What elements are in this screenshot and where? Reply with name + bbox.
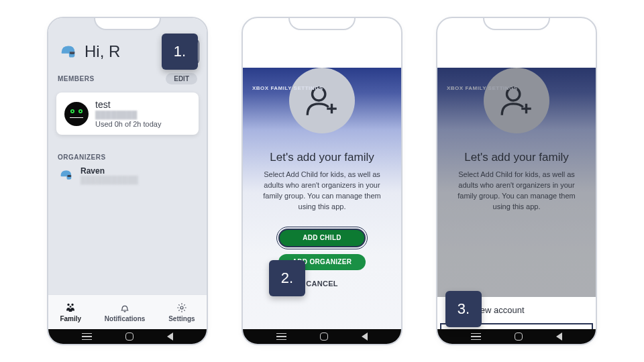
nav-back-icon[interactable] <box>362 333 368 341</box>
svg-rect-9 <box>67 175 71 177</box>
svg-point-8 <box>80 110 81 111</box>
svg-point-11 <box>72 304 74 306</box>
person-add-large-icon <box>289 68 355 133</box>
nav-back-icon[interactable] <box>556 333 562 341</box>
phone-notch <box>94 17 161 30</box>
android-nav-bar <box>48 329 207 344</box>
member-subtext-redacted: ████████ <box>95 111 191 119</box>
step-badge-2: 2. <box>269 260 305 296</box>
members-section-header: MEMBERS EDIT <box>48 70 207 87</box>
tab-family[interactable]: Family <box>60 302 81 322</box>
nav-recent-icon[interactable] <box>82 333 92 341</box>
edit-button[interactable]: EDIT <box>166 73 197 84</box>
member-usage: Used 0h of 2h today <box>95 120 191 128</box>
svg-point-7 <box>72 110 73 111</box>
android-nav-bar <box>243 329 401 344</box>
add-family-screen-dimmed: XBOX FAMILY SETTINGS Let's add your fami… <box>437 68 596 329</box>
step-badge-3: 3. <box>445 291 482 327</box>
nav-back-icon[interactable] <box>167 333 173 341</box>
phone-notch <box>288 17 356 30</box>
cancel-button[interactable]: CANCEL <box>243 280 401 288</box>
modal-backdrop[interactable] <box>437 68 596 329</box>
tab-settings-label: Settings <box>168 315 195 322</box>
svg-point-10 <box>68 304 70 306</box>
organizer-name: Raven <box>80 166 138 176</box>
android-nav-bar <box>437 329 596 344</box>
member-info: test ████████ Used 0h of 2h today <box>95 99 191 128</box>
organizer-subtext-redacted: ███████████ <box>80 176 138 184</box>
add-child-button[interactable]: ADD CHILD <box>278 229 366 247</box>
gear-icon <box>176 302 188 314</box>
svg-point-13 <box>180 306 183 309</box>
bell-icon <box>119 302 131 314</box>
greeting-text: Hi, R <box>85 42 166 61</box>
nav-home-icon[interactable] <box>125 333 133 341</box>
bottom-tab-bar: Family Notifications Settings <box>48 294 207 329</box>
phone-notch <box>483 17 550 30</box>
member-avatar-icon <box>64 102 89 126</box>
organizer-avatar-helmet-icon <box>58 167 74 183</box>
step-badge-1: 1. <box>162 34 198 70</box>
members-label: MEMBERS <box>58 75 95 82</box>
family-icon <box>64 302 76 314</box>
tab-notifications[interactable]: Notifications <box>105 302 146 322</box>
tab-notifications-label: Notifications <box>105 315 146 322</box>
svg-point-12 <box>70 306 72 308</box>
screen-content: XBOX FAMILY SETTINGS Let's add your fami… <box>243 18 401 329</box>
user-avatar-helmet-icon <box>58 42 78 62</box>
add-family-screen: XBOX FAMILY SETTINGS Let's add your fami… <box>243 68 401 329</box>
tab-family-label: Family <box>60 315 81 322</box>
member-name: test <box>95 99 191 110</box>
organizer-row[interactable]: Raven ███████████ <box>48 165 207 185</box>
svg-rect-1 <box>70 52 75 52</box>
add-family-description: Select Add Child for kids, as well as ad… <box>243 164 401 213</box>
organizers-label: ORGANIZERS <box>48 140 207 165</box>
nav-recent-icon[interactable] <box>276 333 286 341</box>
add-family-title: Let's add your family <box>243 151 401 164</box>
member-card[interactable]: test ████████ Used 0h of 2h today <box>56 93 199 135</box>
app-title: XBOX FAMILY SETTINGS <box>252 85 323 91</box>
tab-settings[interactable]: Settings <box>168 302 195 322</box>
organizer-info: Raven ███████████ <box>80 166 138 184</box>
nav-recent-icon[interactable] <box>471 333 481 341</box>
nav-home-icon[interactable] <box>515 333 523 341</box>
screen-content: XBOX FAMILY SETTINGS Let's add your fami… <box>437 18 596 329</box>
nav-home-icon[interactable] <box>320 333 328 341</box>
phone-screen-2: XBOX FAMILY SETTINGS Let's add your fami… <box>241 17 402 345</box>
